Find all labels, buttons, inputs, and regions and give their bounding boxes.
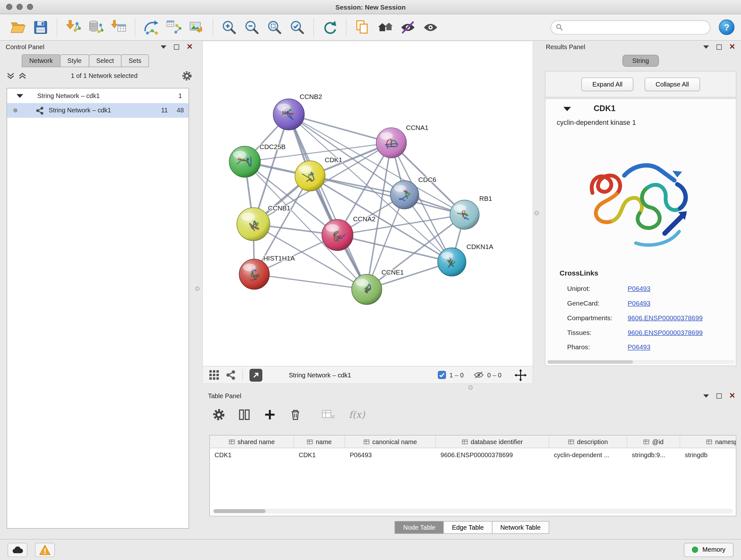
column-header-canonical-name[interactable]: canonical name — [345, 435, 435, 448]
edge-HIST1H1A-CCNE1[interactable] — [254, 274, 367, 289]
column-header-name[interactable]: name — [294, 435, 345, 448]
import-network-file-button[interactable] — [62, 16, 84, 39]
minimize-window-button[interactable] — [17, 4, 23, 10]
node-CCNB2[interactable] — [273, 99, 305, 130]
gear-icon[interactable] — [182, 71, 192, 80]
column-header-shared-name[interactable]: shared name — [210, 435, 294, 448]
float-panel-icon[interactable] — [717, 44, 722, 49]
scrollbar-thumb[interactable] — [548, 361, 633, 364]
network-view[interactable]: CCNB2CCNA1CDC25BCDK1CDC6RB1CCNB1CCNA2CDK… — [202, 41, 533, 384]
network-collection-row[interactable]: String Network – cdk1 1 — [7, 88, 189, 103]
node-CCNA1[interactable] — [376, 128, 407, 158]
help-button[interactable]: ? — [719, 19, 735, 35]
minimize-panel-icon[interactable] — [160, 45, 166, 48]
table-row[interactable]: CDK1 CDK1 P06493 9606.ENSP00000378699 cy… — [210, 448, 736, 461]
hidden-eye-icon[interactable] — [474, 371, 484, 379]
cloud-icon — [11, 545, 24, 554]
save-session-button[interactable] — [29, 16, 52, 39]
scrollbar-thumb[interactable] — [213, 509, 266, 513]
zoom-window-button[interactable] — [27, 4, 33, 10]
zoom-selected-button[interactable] — [286, 16, 309, 39]
close-panel-icon[interactable]: ✕ — [729, 43, 736, 51]
tab-style[interactable]: Style — [60, 54, 89, 67]
apply-layout-button[interactable] — [319, 16, 341, 39]
copy-style-button[interactable] — [351, 16, 374, 39]
tab-network[interactable]: Network — [22, 54, 60, 67]
pan-crosshair-icon[interactable] — [514, 368, 527, 381]
disclosure-triangle-icon[interactable] — [17, 94, 23, 98]
column-header-database-identifier[interactable]: database identifier — [435, 435, 549, 448]
node-CDKN1A[interactable] — [437, 248, 466, 276]
tab-network-table[interactable]: Network Table — [492, 521, 549, 534]
column-header-description[interactable]: description — [549, 435, 627, 448]
column-header-namespace[interactable]: namespace — [680, 435, 736, 448]
add-column-plus-icon[interactable] — [264, 409, 276, 421]
close-panel-icon[interactable]: ✕ — [729, 392, 736, 400]
column-header-id[interactable]: @id — [627, 435, 680, 448]
node-CCNE1[interactable] — [352, 274, 382, 305]
table-settings-gear-icon[interactable] — [212, 409, 225, 421]
edge-CCNB2-CCNE1[interactable] — [289, 114, 367, 289]
birds-eye-view-button[interactable] — [208, 369, 220, 381]
close-window-button[interactable] — [6, 4, 12, 10]
network-overview-button[interactable] — [225, 370, 236, 380]
edge-CCNA2-CDKN1A[interactable] — [337, 235, 452, 262]
tab-select[interactable]: Select — [89, 54, 122, 67]
export-image-button[interactable] — [185, 16, 208, 39]
hide-selected-button[interactable] — [397, 16, 419, 39]
genecard-link[interactable]: P06493 — [628, 299, 651, 307]
import-network-database-button[interactable] — [84, 16, 107, 39]
node-CDC25B[interactable] — [229, 146, 260, 178]
compartments-link[interactable]: 9606.ENSP00000378699 — [628, 314, 703, 321]
edge-CDK1-RB1[interactable] — [310, 176, 465, 214]
zoom-out-button[interactable] — [241, 16, 263, 39]
minimize-panel-icon[interactable] — [703, 394, 709, 397]
show-all-button[interactable] — [419, 16, 442, 39]
splitter-handle[interactable] — [195, 287, 199, 291]
expand-all-button[interactable]: Expand All — [582, 77, 633, 91]
zoom-fit-button[interactable] — [263, 16, 286, 39]
memory-button[interactable]: Memory — [684, 543, 733, 557]
network-row[interactable]: String Network – cdk1 11 48 — [7, 103, 189, 118]
node-CCNB1[interactable] — [237, 207, 270, 241]
new-network-from-table-button[interactable] — [162, 16, 185, 39]
tab-edge-table[interactable]: Edge Table — [444, 521, 492, 534]
protein-entry-header[interactable]: CDK1 — [545, 99, 736, 119]
search-input[interactable] — [566, 23, 705, 30]
splitter-handle[interactable] — [468, 385, 473, 389]
tab-string[interactable]: String — [622, 55, 659, 67]
node-RB1[interactable] — [450, 200, 479, 229]
close-panel-icon[interactable]: ✕ — [186, 43, 193, 51]
delete-column-trash-icon[interactable] — [289, 409, 301, 421]
table-horizontal-scrollbar[interactable] — [212, 509, 733, 514]
float-panel-icon[interactable] — [717, 393, 722, 398]
home-button[interactable] — [374, 16, 396, 39]
open-session-button[interactable] — [7, 16, 29, 39]
splitter-handle[interactable] — [535, 211, 539, 215]
tab-sets[interactable]: Sets — [121, 54, 149, 67]
export-view-button[interactable] — [250, 368, 262, 381]
expand-all-icon[interactable] — [18, 71, 26, 79]
selected-checkbox-icon[interactable] — [437, 371, 446, 379]
collapse-all-icon[interactable] — [7, 71, 15, 79]
node-HIST1H1A[interactable] — [239, 259, 269, 290]
tissues-link[interactable]: 9606.ENSP00000378699 — [628, 328, 703, 336]
collapse-all-button[interactable]: Collapse All — [645, 77, 700, 91]
cloud-status-button[interactable] — [8, 543, 27, 557]
zoom-in-button[interactable] — [218, 16, 241, 39]
new-network-button[interactable] — [140, 16, 162, 39]
node-CCNA2[interactable] — [322, 219, 353, 251]
results-horizontal-scrollbar[interactable] — [547, 360, 735, 364]
float-panel-icon[interactable] — [174, 44, 179, 49]
warnings-button[interactable] — [35, 543, 55, 557]
minimize-panel-icon[interactable] — [703, 45, 709, 48]
node-CDK1[interactable] — [295, 161, 325, 191]
network-canvas[interactable]: CCNB2CCNA1CDC25BCDK1CDC6RB1CCNB1CCNA2CDK… — [203, 41, 533, 366]
uniprot-link[interactable]: P06493 — [628, 285, 651, 292]
node-CDC6[interactable] — [390, 181, 419, 209]
tab-node-table[interactable]: Node Table — [395, 521, 444, 534]
import-table-button[interactable] — [107, 16, 130, 39]
collapse-entry-triangle-icon[interactable] — [563, 107, 571, 111]
show-columns-icon[interactable] — [238, 409, 251, 421]
pharos-link[interactable]: P06493 — [628, 343, 651, 351]
